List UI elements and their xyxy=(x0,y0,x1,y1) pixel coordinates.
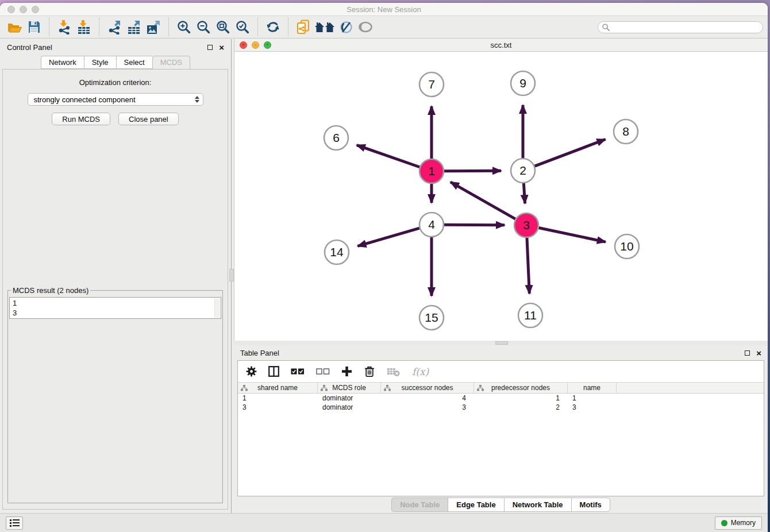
export-image-button[interactable] xyxy=(144,18,163,36)
delete-column-button[interactable] xyxy=(364,365,375,377)
minimize-window-button[interactable] xyxy=(20,6,27,13)
tab-select[interactable]: Select xyxy=(116,56,152,69)
function-builder-button[interactable]: f(x) xyxy=(412,366,429,377)
homes-icon xyxy=(314,21,335,33)
panel-divider[interactable] xyxy=(231,39,234,513)
zoom-fit-icon xyxy=(216,20,230,34)
table-toolbar: f(x) xyxy=(238,361,764,382)
column-header-shared-name[interactable]: shared name xyxy=(238,383,318,393)
edge-3-11[interactable] xyxy=(527,238,529,294)
graph-node-10[interactable]: 10 xyxy=(615,234,639,259)
graph-node-2[interactable]: 2 xyxy=(511,159,535,183)
tab-edge-table[interactable]: Edge Table xyxy=(448,498,503,512)
result-scrollbar[interactable] xyxy=(214,298,220,318)
run-mcds-button[interactable]: Run MCDS xyxy=(52,113,110,125)
graph-node-15[interactable]: 15 xyxy=(419,306,444,330)
unchecked-checkboxes-icon xyxy=(316,368,330,375)
float-panel-icon[interactable] xyxy=(207,45,213,50)
zoom-window-button[interactable] xyxy=(32,6,39,13)
close-panel-icon[interactable]: × xyxy=(219,43,224,52)
svg-text:7: 7 xyxy=(428,78,435,91)
tab-network-table[interactable]: Network Table xyxy=(504,498,571,512)
zoom-out-button[interactable] xyxy=(194,18,213,36)
birdseye-view-button[interactable] xyxy=(356,18,375,36)
graph-node-1[interactable]: 1 xyxy=(419,159,444,183)
criterion-select[interactable]: strongly connected component xyxy=(28,93,203,106)
table-row[interactable]: 3dominator323 xyxy=(238,403,764,412)
close-panel-icon[interactable]: × xyxy=(756,349,761,357)
edge-3-10[interactable] xyxy=(539,228,606,242)
zoom-selected-button[interactable] xyxy=(233,18,252,36)
edge-2-8[interactable] xyxy=(535,139,606,166)
control-panel-title: Control Panel xyxy=(7,43,52,52)
horizontal-divider[interactable] xyxy=(234,341,768,345)
divider-grip[interactable] xyxy=(229,269,234,282)
edge-4-3[interactable] xyxy=(444,225,505,225)
tab-style[interactable]: Style xyxy=(84,56,116,69)
table-row[interactable]: 1dominator411 xyxy=(238,394,764,403)
save-session-button[interactable] xyxy=(24,18,44,36)
float-panel-icon[interactable] xyxy=(745,350,750,356)
duplicate-network-button[interactable] xyxy=(294,18,313,36)
edge-1-2[interactable] xyxy=(444,171,501,171)
cell-successor-nodes: 3 xyxy=(381,403,474,411)
close-window-button[interactable] xyxy=(7,6,15,13)
column-label: shared name xyxy=(257,384,298,392)
birdseye-eye-icon xyxy=(358,21,373,33)
edge-2-3[interactable] xyxy=(523,183,525,203)
cell-successor-nodes: 4 xyxy=(381,394,474,402)
tab-motifs[interactable]: Motifs xyxy=(571,498,610,512)
memory-button[interactable]: Memory xyxy=(715,516,762,530)
column-header-predecessor-nodes[interactable]: predecessor nodes xyxy=(474,383,568,393)
toggle-graphics-details-button[interactable] xyxy=(336,18,356,36)
network-canvas[interactable]: 7968124314101511 xyxy=(234,52,768,341)
split-columns-button[interactable] xyxy=(268,366,279,377)
column-header-successor-nodes[interactable]: successor nodes xyxy=(381,383,474,393)
graph-node-3[interactable]: 3 xyxy=(514,213,538,237)
import-table-button[interactable] xyxy=(74,18,94,36)
main-toolbar xyxy=(0,16,768,38)
cell-name: 3 xyxy=(568,403,617,411)
zoom-in-button[interactable] xyxy=(174,18,194,36)
mcds-result-list[interactable]: 13 xyxy=(9,297,221,319)
column-header-MCDS-role[interactable]: MCDS role xyxy=(318,383,381,393)
import-network-icon xyxy=(57,20,72,34)
graph-node-4[interactable]: 4 xyxy=(419,213,444,237)
tab-network[interactable]: Network xyxy=(41,56,84,69)
tab-mcds[interactable]: MCDS xyxy=(152,56,190,70)
zoom-out-icon xyxy=(197,20,210,34)
tab-node-table[interactable]: Node Table xyxy=(391,498,448,512)
close-network-button[interactable]: × xyxy=(240,41,247,49)
column-header-name[interactable]: name xyxy=(568,383,617,393)
delete-table-button[interactable] xyxy=(387,367,401,377)
search-input[interactable] xyxy=(613,23,759,31)
graph-node-8[interactable]: 8 xyxy=(614,119,638,144)
refresh-layout-button[interactable] xyxy=(263,18,283,36)
select-all-columns-button[interactable] xyxy=(291,368,305,375)
divider-grip[interactable] xyxy=(495,341,508,345)
maximize-network-button[interactable]: + xyxy=(264,41,271,49)
table-panel-tabs: Node TableEdge TableNetwork TableMotifs xyxy=(234,496,768,513)
export-network-button[interactable] xyxy=(105,18,124,36)
search-field[interactable] xyxy=(598,21,763,33)
graph-node-7[interactable]: 7 xyxy=(419,72,444,97)
minimize-network-button[interactable]: − xyxy=(252,41,259,49)
homes-button[interactable] xyxy=(313,18,336,36)
graph-node-11[interactable]: 11 xyxy=(518,303,542,327)
task-history-button[interactable] xyxy=(6,516,23,530)
zoom-fit-button[interactable] xyxy=(213,18,233,36)
graph-node-14[interactable]: 14 xyxy=(325,240,349,264)
edge-4-14[interactable] xyxy=(357,228,419,246)
edge-3-1[interactable] xyxy=(451,182,515,219)
table-settings-button[interactable] xyxy=(246,366,257,377)
add-column-button[interactable] xyxy=(341,366,352,377)
import-network-button[interactable] xyxy=(55,18,74,36)
export-table-button[interactable] xyxy=(124,18,144,36)
memory-status-icon xyxy=(721,520,727,526)
edge-1-6[interactable] xyxy=(357,145,419,167)
graph-node-6[interactable]: 6 xyxy=(324,126,348,150)
open-session-button[interactable] xyxy=(5,18,24,36)
deselect-all-columns-button[interactable] xyxy=(316,368,330,375)
graph-node-9[interactable]: 9 xyxy=(511,71,535,95)
close-panel-button[interactable]: Close panel xyxy=(118,113,179,125)
